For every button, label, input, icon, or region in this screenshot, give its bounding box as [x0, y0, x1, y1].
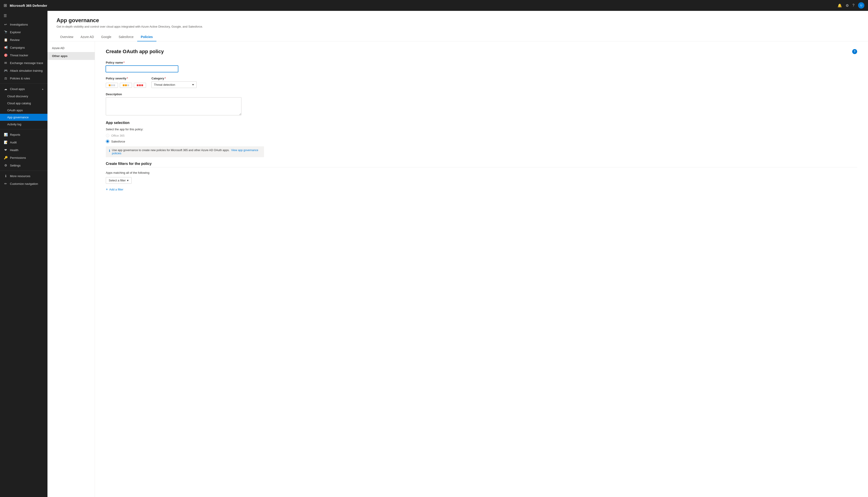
sidebar-label-policies-rules: Policies & rules	[10, 77, 30, 80]
policy-name-required: *	[123, 61, 124, 64]
notification-icon[interactable]: 🔔	[838, 3, 842, 8]
sidebar-group-cloud-apps[interactable]: ☁ Cloud apps ▲	[0, 85, 47, 93]
more-resources-icon: ℹ	[4, 174, 8, 178]
form-panel: Create OAuth app policy ? Policy name* P…	[95, 41, 868, 497]
sidebar-label-exchange: Exchange message trace	[10, 61, 43, 65]
sidebar-item-permissions[interactable]: 🔑 Permissions	[0, 154, 47, 161]
sidebar-item-review[interactable]: 📋 Review	[0, 36, 47, 44]
severity-dots-low	[109, 84, 115, 86]
two-panel: Azure AD Other apps Create OAuth app pol…	[47, 41, 868, 497]
sidebar-label-settings: Settings	[10, 164, 20, 167]
severity-btn-high[interactable]	[134, 83, 146, 88]
avatar[interactable]: U	[858, 2, 864, 9]
sidebar-item-explorer[interactable]: 🔭 Explorer	[0, 28, 47, 36]
reports-icon: 📊	[4, 133, 8, 137]
sidebar-item-health[interactable]: ❤ Health	[0, 146, 47, 154]
sidebar-item-investigations[interactable]: ↩ Investigations	[0, 20, 47, 28]
sub-nav-other-apps[interactable]: Other apps	[47, 52, 95, 60]
severity-btn-medium[interactable]	[120, 83, 132, 88]
sidebar-item-activity-log[interactable]: Activity log	[0, 121, 47, 128]
sidebar-item-more-resources[interactable]: ℹ More resources	[0, 172, 47, 180]
cloud-apps-chevron: ▲	[42, 88, 44, 90]
sidebar-label-review: Review	[10, 38, 20, 42]
sidebar-item-oauth-apps[interactable]: OAuth apps	[0, 107, 47, 114]
sidebar-item-audit[interactable]: 📝 Audit	[0, 139, 47, 146]
add-filter-label: Add a filter	[109, 188, 123, 191]
sidebar-item-campaigns[interactable]: 📢 Campaigns	[0, 44, 47, 51]
form-title-text: Create OAuth app policy	[106, 48, 164, 55]
radio-salesforce-label: Salesforce	[111, 140, 125, 143]
sidebar-label-app-governance: App governance	[7, 116, 29, 119]
severity-btn-low[interactable]	[106, 83, 118, 88]
sidebar-label-threat-tracker: Threat tracker	[10, 54, 28, 57]
sub-nav-azure-ad[interactable]: Azure AD	[47, 44, 95, 52]
select-filter-chevron: ▾	[127, 179, 129, 182]
category-label: Category*	[151, 77, 197, 80]
sidebar-item-cloud-app-catalog[interactable]: Cloud app catalog	[0, 100, 47, 107]
form-help-icon[interactable]: ?	[852, 49, 857, 54]
sidebar-item-reports[interactable]: 📊 Reports	[0, 131, 47, 139]
dot-2	[111, 84, 113, 86]
sidebar-toggle[interactable]: ☰	[0, 11, 47, 20]
description-textarea[interactable]	[106, 97, 241, 115]
sidebar-item-exchange-message-trace[interactable]: ✉ Exchange message trace	[0, 59, 47, 67]
radio-office365[interactable]	[106, 134, 109, 137]
permissions-icon: 🔑	[4, 156, 8, 159]
exchange-icon: ✉	[4, 61, 8, 65]
tab-salesforce[interactable]: Salesforce	[115, 33, 137, 41]
sidebar-item-customize-navigation[interactable]: ✏ Customize navigation	[0, 180, 47, 187]
main-layout: ☰ ↩ Investigations 🔭 Explorer 📋 Review 📢…	[0, 11, 868, 497]
sidebar-label-reports: Reports	[10, 133, 20, 137]
sidebar-item-app-governance[interactable]: App governance	[0, 114, 47, 121]
tab-overview[interactable]: Overview	[57, 33, 77, 41]
severity-category-row: Policy severity*	[106, 77, 857, 88]
tabs-bar: Overview Azure AD Google Salesforce Poli…	[47, 33, 868, 41]
sidebar-item-attack-simulation[interactable]: 🎮 Attack simulation training	[0, 67, 47, 74]
severity-options	[106, 83, 146, 88]
dot-1	[123, 84, 124, 86]
sidebar-item-settings[interactable]: ⚙ Settings	[0, 161, 47, 169]
tab-google[interactable]: Google	[98, 33, 115, 41]
sidebar-label-cloud-discovery: Cloud discovery	[7, 95, 28, 98]
description-label: Description	[106, 93, 857, 96]
threat-tracker-icon: 🎯	[4, 53, 8, 57]
sidebar-item-cloud-discovery[interactable]: Cloud discovery	[0, 93, 47, 100]
info-icon: ℹ	[109, 149, 110, 153]
settings-icon[interactable]: ⚙	[845, 3, 849, 8]
dot-3	[141, 84, 143, 86]
sidebar-label-cloud-app-catalog: Cloud app catalog	[7, 102, 31, 105]
select-filter-button[interactable]: Select a filter ▾	[106, 177, 132, 184]
policy-name-input[interactable]	[106, 66, 178, 72]
sidebar-label-oauth-apps: OAuth apps	[7, 109, 23, 112]
severity-dots-high	[137, 84, 143, 86]
topbar: ⊞ Microsoft 365 Defender 🔔 ⚙ ? U	[0, 0, 868, 11]
radio-group-apps: Office 365 Salesforce	[106, 134, 857, 143]
policy-name-group: Policy name*	[106, 61, 857, 72]
health-icon: ❤	[4, 148, 8, 152]
policy-name-label: Policy name*	[106, 61, 857, 64]
help-icon[interactable]: ?	[852, 3, 854, 8]
sidebar-item-policies-rules[interactable]: ⚖ Policies & rules	[0, 74, 47, 82]
radio-item-salesforce[interactable]: Salesforce	[106, 140, 857, 143]
app-title: Microsoft 365 Defender	[10, 4, 835, 8]
radio-salesforce[interactable]	[106, 140, 109, 143]
page-header: App governance Get in-depth visibility a…	[47, 11, 868, 33]
settings-sidebar-icon: ⚙	[4, 164, 8, 167]
category-select[interactable]: Threat detection Compliance Data loss pr…	[151, 82, 197, 88]
filters-subtitle: Apps matching all of the following	[106, 171, 857, 174]
sidebar-label-health: Health	[10, 148, 18, 152]
sub-nav: Azure AD Other apps	[47, 41, 95, 497]
sidebar-label-investigations: Investigations	[10, 23, 28, 26]
page-subtitle: Get in-depth visibility and control over…	[57, 25, 859, 28]
add-filter-button[interactable]: + Add a filter	[106, 185, 123, 193]
info-box: ℹ Use app governance to create new polic…	[106, 146, 264, 157]
policies-icon: ⚖	[4, 76, 8, 80]
dot-1	[109, 84, 111, 86]
sidebar-label-explorer: Explorer	[10, 30, 21, 34]
grid-icon[interactable]: ⊞	[4, 3, 7, 8]
form-title-row: Create OAuth app policy ?	[106, 48, 857, 55]
tab-policies[interactable]: Policies	[137, 33, 157, 41]
sidebar-item-threat-tracker[interactable]: 🎯 Threat tracker	[0, 51, 47, 59]
dot-2	[139, 84, 141, 86]
tab-azure-ad[interactable]: Azure AD	[77, 33, 98, 41]
